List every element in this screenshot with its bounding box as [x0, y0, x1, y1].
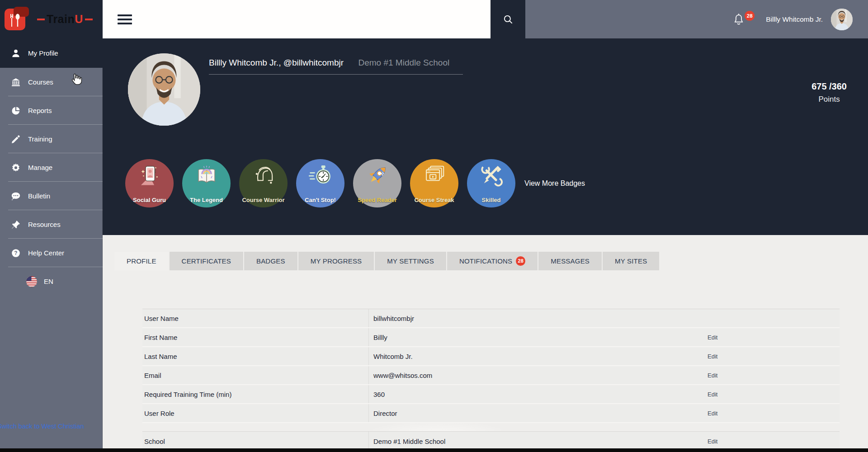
badge-course-streak[interactable]: Course Streak [410, 159, 458, 207]
tab-my-settings[interactable]: MY SETTINGS [375, 252, 446, 270]
view-more-badges-link[interactable]: View More Badges [524, 179, 585, 188]
tab-badges[interactable]: BADGES [244, 252, 297, 270]
table-row-first-name: First Name Billly Edit [142, 328, 840, 347]
profile-display-name: Billly Whitcomb Jr., @billwhitcombjr [209, 58, 344, 67]
tab-messages[interactable]: MESSAGES [538, 252, 602, 270]
field-label: First Name [142, 334, 368, 341]
badge-label: Course Warrior [239, 197, 288, 203]
badge-label: Can't Stop! [296, 197, 344, 203]
windows-icon [422, 163, 447, 188]
language-selector[interactable]: EN [0, 267, 103, 296]
app-logo[interactable]: TrainU [0, 0, 103, 38]
table-row-email: Email www@whitsos.com Edit [142, 366, 840, 385]
table-row-last-name: Last Name Whitcomb Jr. Edit [142, 347, 840, 366]
field-value: www@whitsos.com [368, 366, 708, 384]
badge-social-guru[interactable]: Social Guru [125, 159, 174, 207]
edit-link[interactable]: Edit [708, 334, 840, 341]
brand-wordmark: TrainU [35, 13, 94, 26]
sidebar-item-training[interactable]: Training [0, 125, 103, 153]
tab-bar: PROFILE CERTIFICATES BADGES MY PROGRESS … [114, 252, 660, 270]
profile-school[interactable]: Demo #1 Middle School [358, 58, 449, 67]
tab-my-sites[interactable]: MY SITES [603, 252, 659, 270]
badge-label: Skilled [467, 197, 515, 203]
profile-table: User Name billwhitcombjr First Name Bill… [142, 309, 840, 452]
sidebar-item-bulletin[interactable]: Bulletin [0, 182, 103, 210]
notifications-button[interactable]: 28 [732, 13, 745, 26]
edit-link[interactable]: Edit [708, 438, 840, 445]
user-avatar[interactable] [831, 9, 853, 30]
table-row-user-role: User Role Director Edit [142, 404, 840, 423]
pushpin-icon [11, 220, 21, 230]
search-button[interactable] [491, 0, 525, 38]
chat-bubble-icon [11, 191, 21, 201]
bottom-edge [0, 448, 868, 452]
field-label: Email [142, 372, 368, 379]
badge-skilled[interactable]: Skilled [467, 159, 515, 207]
profile-name-row: Billly Whitcomb Jr., @billwhitcombjr Dem… [209, 58, 463, 75]
points-value: 675 /360 [811, 81, 847, 92]
user-name: Billly Whitcomb Jr. [766, 15, 823, 24]
edit-link[interactable]: Edit [708, 410, 840, 417]
sidebar-item-label: Bulletin [28, 192, 50, 200]
badge-course-warrior[interactable]: Course Warrior [239, 159, 288, 207]
tab-count-badge: 28 [516, 256, 525, 266]
field-value: Director [368, 404, 708, 422]
mouse-cursor [69, 72, 82, 86]
sidebar-item-courses[interactable]: Courses [0, 68, 103, 96]
points-label: Points [811, 95, 847, 104]
table-row-required-training-time-min: Required Training Time (min) 360 Edit [142, 385, 840, 404]
logo-utensils-icon [5, 7, 30, 32]
badge-speed-reader[interactable]: Speed Reader [353, 159, 401, 207]
sidebar-item-resources[interactable]: Resources [0, 210, 103, 239]
tab-label: NOTIFICATIONS [459, 252, 512, 270]
sidebar-item-label: Resources [28, 221, 61, 228]
edit-link[interactable]: Edit [708, 391, 840, 398]
sidebar-menu: My Profile Courses Reports Training Mana… [0, 38, 103, 267]
field-label: School [142, 438, 368, 445]
sidebar-item-label: Reports [28, 107, 52, 114]
badge-label: Course Streak [410, 197, 458, 203]
sidebar-item-label: Manage [28, 164, 52, 171]
sidebar-item-label: Help Center [28, 249, 64, 257]
tab-my-progress[interactable]: MY PROGRESS [298, 252, 374, 270]
top-bar: 28 Billly Whitcomb Jr. [103, 0, 868, 38]
edit-link[interactable]: Edit [708, 372, 840, 379]
sidebar-item-reports[interactable]: Reports [0, 96, 103, 125]
search-input[interactable] [140, 6, 491, 33]
field-value: 360 [368, 385, 708, 403]
storybook-icon [194, 163, 219, 188]
sidebar: TrainU My Profile Courses Reports Traini… [0, 0, 103, 452]
tab-label: MY SITES [615, 252, 647, 270]
sidebar-item-help-center[interactable]: ? Help Center [0, 239, 103, 267]
tools-icon [479, 163, 504, 188]
tab-label: MESSAGES [551, 252, 590, 270]
tab-notifications[interactable]: NOTIFICATIONS 28 [447, 252, 538, 270]
switch-account-link[interactable]: Switch back to West Christian [0, 423, 84, 430]
badge-label: The Legend [182, 197, 231, 203]
badge-the-legend[interactable]: The Legend [182, 159, 231, 207]
table-row-user-name: User Name billwhitcombjr [142, 309, 840, 328]
tab-label: CERTIFICATES [182, 252, 231, 270]
sidebar-item-manage[interactable]: Manage [0, 153, 103, 182]
field-label: User Name [142, 315, 368, 322]
badge-can-t-stop[interactable]: Can't Stop! [296, 159, 344, 207]
bell-icon [732, 13, 745, 26]
sidebar-item-label: My Profile [28, 49, 58, 57]
menu-icon[interactable] [118, 14, 132, 24]
profile-photo[interactable] [128, 53, 200, 126]
institution-icon [11, 77, 21, 87]
tab-certificates[interactable]: CERTIFICATES [170, 252, 243, 270]
badges-row: Social Guru The Legend Course Warrior Ca… [125, 159, 515, 207]
svg-text:?: ? [14, 250, 17, 256]
edit-link[interactable]: Edit [708, 353, 840, 360]
main-content: PROFILE CERTIFICATES BADGES MY PROGRESS … [103, 235, 868, 452]
tab-label: PROFILE [127, 252, 156, 270]
notification-count-badge: 28 [745, 11, 755, 21]
pencil-icon [11, 134, 21, 144]
gear-icon [11, 163, 21, 173]
sidebar-item-my-profile[interactable]: My Profile [0, 38, 103, 68]
language-label: EN [44, 278, 53, 285]
tab-profile[interactable]: PROFILE [114, 252, 169, 270]
badge-label: Social Guru [125, 197, 174, 203]
search-bar [103, 0, 491, 38]
